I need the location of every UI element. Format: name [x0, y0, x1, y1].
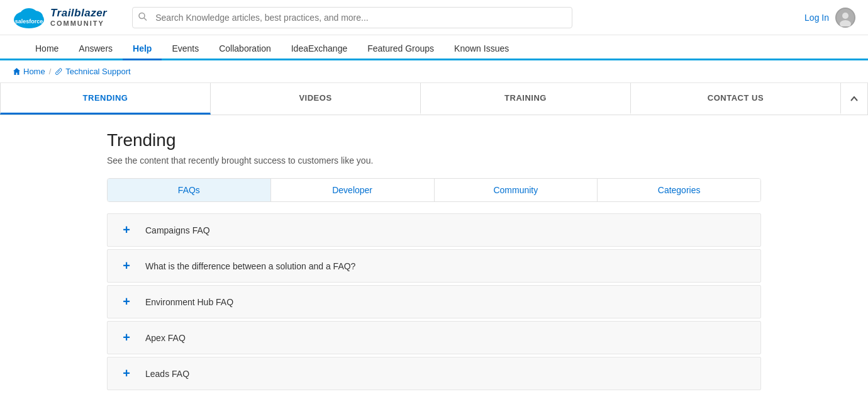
tab-trending[interactable]: TRENDING	[0, 83, 211, 115]
faq-item-leads[interactable]: + Leads FAQ	[107, 357, 761, 390]
faq-item-apex[interactable]: + Apex FAQ	[107, 321, 761, 354]
nav-help[interactable]: Help	[123, 38, 162, 60]
expand-icon-1: +	[119, 223, 134, 237]
nav-events[interactable]: Events	[162, 38, 209, 60]
faq-item-solution[interactable]: + What is the difference between a solut…	[107, 249, 761, 283]
trailblazer-label: Trailblazer	[50, 7, 107, 20]
search-bar	[132, 7, 572, 28]
svg-point-8	[842, 13, 849, 19]
svg-marker-10	[13, 68, 20, 75]
breadcrumb-home[interactable]: Home	[13, 67, 45, 76]
tab-collapse-button[interactable]	[841, 83, 868, 115]
avatar[interactable]	[835, 8, 855, 28]
svg-point-5	[139, 13, 145, 18]
faq-list: + Campaigns FAQ + What is the difference…	[107, 213, 761, 390]
faq-label-3: Environment Hub FAQ	[145, 297, 233, 307]
sub-tab-developer[interactable]: Developer	[271, 179, 435, 201]
faq-label-2: What is the difference between a solutio…	[145, 261, 355, 271]
login-link[interactable]: Log In	[804, 13, 829, 23]
header-right: Log In	[804, 8, 855, 28]
nav-featured-groups[interactable]: Featured Groups	[357, 38, 444, 60]
tab-videos[interactable]: VIDEOS	[211, 83, 421, 115]
tab-training[interactable]: TRAINING	[421, 83, 631, 115]
breadcrumb-separator: /	[49, 67, 52, 76]
logo[interactable]: salesforce Trailblazer COMMUNITY	[13, 6, 107, 30]
breadcrumb-technical-support: Technical Support	[65, 67, 130, 76]
faq-label-4: Apex FAQ	[145, 333, 186, 343]
faq-item-environment[interactable]: + Environment Hub FAQ	[107, 285, 761, 318]
chevron-up-icon	[850, 94, 859, 103]
expand-icon-2: +	[119, 259, 134, 273]
nav-ideaexchange[interactable]: IdeaExchange	[281, 38, 358, 60]
breadcrumb: Home / Technical Support	[0, 60, 868, 83]
tab-bar: TRENDING VIDEOS TRAINING CONTACT US	[0, 83, 868, 115]
search-icon	[138, 12, 147, 23]
sub-tab-community[interactable]: Community	[435, 179, 598, 201]
home-icon	[13, 67, 21, 76]
nav-home[interactable]: Home	[25, 38, 69, 60]
sub-tab-categories[interactable]: Categories	[598, 179, 760, 201]
salesforce-logo-icon: salesforce	[13, 6, 45, 30]
main-nav: Home Answers Help Events Collaboration I…	[0, 35, 868, 60]
expand-icon-3: +	[119, 295, 134, 309]
nav-answers[interactable]: Answers	[69, 38, 123, 60]
faq-label-5: Leads FAQ	[145, 369, 189, 379]
expand-icon-5: +	[119, 366, 134, 381]
expand-icon-4: +	[119, 330, 134, 345]
main-content: Trending See the content that recently b…	[0, 115, 868, 399]
trending-title: Trending	[107, 130, 761, 150]
tab-contact-us[interactable]: CONTACT US	[631, 83, 841, 115]
faq-item-campaigns[interactable]: + Campaigns FAQ	[107, 213, 761, 247]
svg-line-6	[144, 18, 147, 20]
community-label: COMMUNITY	[50, 20, 107, 28]
breadcrumb-current: Technical Support	[55, 67, 130, 76]
svg-text:salesforce: salesforce	[15, 18, 43, 25]
search-input[interactable]	[132, 7, 572, 28]
trending-subtitle: See the content that recently brought su…	[107, 155, 761, 166]
nav-collaboration[interactable]: Collaboration	[209, 38, 281, 60]
wrench-icon	[55, 67, 63, 76]
breadcrumb-home-label: Home	[23, 67, 45, 76]
nav-known-issues[interactable]: Known Issues	[444, 38, 519, 60]
trending-sub-tabs: FAQs Developer Community Categories	[107, 178, 761, 202]
sub-tab-faqs[interactable]: FAQs	[108, 179, 271, 201]
faq-label-1: Campaigns FAQ	[145, 225, 210, 235]
